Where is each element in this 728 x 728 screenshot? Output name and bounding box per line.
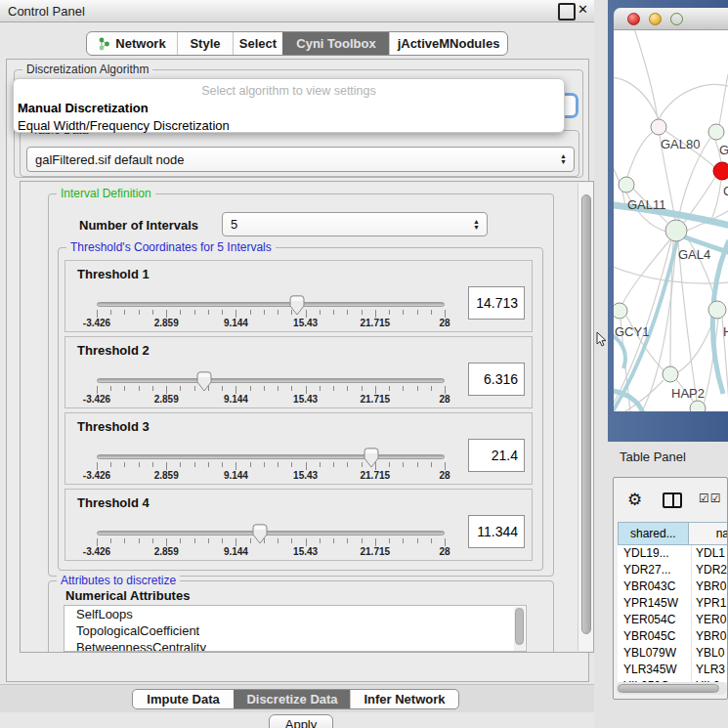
table-row[interactable]: YBR043CYBR0 bbox=[618, 578, 728, 595]
numerical-attributes-list[interactable]: SelfLoopsTopologicalCoefficientBetweenne… bbox=[64, 605, 527, 652]
cell-shared-name[interactable]: YBR045C bbox=[618, 628, 692, 645]
scrollbar-thumb[interactable] bbox=[515, 608, 524, 645]
table-panel: ⚙ ☑☑ shared... na YDL19...YDL1YDR27...YD… bbox=[613, 477, 728, 700]
minor-tick bbox=[389, 538, 390, 543]
cell-name[interactable]: YBR0 bbox=[692, 628, 728, 645]
threshold-row-1: Threshold 1-3.4262.8599.14415.4321.71528 bbox=[64, 260, 533, 332]
cell-name[interactable]: YER0 bbox=[692, 612, 728, 628]
slider-track[interactable] bbox=[97, 302, 445, 307]
attribute-item-topologicalcoefficient[interactable]: TopologicalCoefficient bbox=[64, 622, 526, 639]
table-row[interactable]: YBR045CYBR0 bbox=[618, 628, 728, 645]
threshold-value-input[interactable] bbox=[468, 286, 525, 320]
tab-network[interactable]: Network bbox=[87, 32, 177, 55]
control-panel-title: Control Panel bbox=[8, 4, 85, 19]
tab-infer-network[interactable]: Infer Network bbox=[350, 690, 458, 708]
network-node-gal80[interactable] bbox=[651, 119, 666, 135]
tick-label: 9.144 bbox=[224, 394, 248, 405]
close-icon[interactable]: ✕ bbox=[578, 2, 588, 17]
table-data-combobox[interactable]: galFiltered.sif default node ▲▼ bbox=[26, 147, 575, 172]
minor-tick bbox=[124, 462, 125, 467]
cell-shared-name[interactable]: YBL079W bbox=[618, 645, 692, 662]
attribute-item-selfloops[interactable]: SelfLoops bbox=[64, 606, 526, 622]
split-columns-icon[interactable] bbox=[663, 492, 682, 508]
network-node-gal4[interactable] bbox=[665, 220, 687, 241]
cell-name[interactable]: YBR0 bbox=[692, 578, 728, 595]
table-row[interactable]: YDR27...YDR2 bbox=[618, 562, 728, 578]
cell-shared-name[interactable]: YBR043C bbox=[618, 578, 692, 595]
table-row[interactable]: YER054CYER0 bbox=[618, 612, 728, 628]
number-of-intervals-combobox[interactable]: 5 ▲▼ bbox=[222, 212, 488, 236]
node-label-ga: GA bbox=[719, 143, 728, 157]
numerical-attributes-label: Numerical Attributes bbox=[65, 588, 190, 603]
minor-tick bbox=[320, 386, 321, 391]
scrollbar-thumb[interactable] bbox=[618, 684, 719, 693]
slider-handle[interactable] bbox=[289, 295, 305, 316]
threshold-value-input[interactable] bbox=[468, 363, 525, 396]
tab-cyni-toolbox[interactable]: Cyni Toolbox bbox=[282, 32, 389, 55]
dropdown-option-manual-discretization[interactable]: Manual Discretization bbox=[17, 101, 564, 115]
minor-tick bbox=[250, 538, 251, 543]
tab-discretize-data[interactable]: Discretize Data bbox=[234, 690, 350, 708]
cell-shared-name[interactable]: YER054C bbox=[618, 612, 692, 628]
network-node-gal11[interactable] bbox=[619, 177, 634, 193]
table-row[interactable]: YDL19...YDL1 bbox=[618, 545, 728, 562]
slider-handle[interactable] bbox=[364, 448, 379, 468]
thresholds-group-title: Threshold's Coordinates for 5 Intervals bbox=[66, 240, 276, 254]
minor-tick bbox=[222, 462, 223, 467]
attribute-item-betweennesscentrality[interactable]: BetweennessCentrality bbox=[64, 639, 526, 652]
slider-handle[interactable] bbox=[252, 524, 268, 544]
network-window-titlebar[interactable] bbox=[614, 8, 728, 30]
zoom-traffic-light-icon[interactable] bbox=[670, 13, 683, 25]
cell-shared-name[interactable]: YLR345W bbox=[618, 662, 692, 678]
network-node-hap2[interactable] bbox=[663, 366, 678, 382]
cell-name[interactable]: YBL0 bbox=[692, 645, 728, 662]
cell-shared-name[interactable]: YDR27... bbox=[618, 562, 692, 578]
threshold-value-input[interactable] bbox=[468, 515, 525, 548]
network-node[interactable] bbox=[690, 401, 706, 411]
minimize-traffic-light-icon[interactable] bbox=[649, 13, 662, 25]
tab-label: jActiveMNodules bbox=[398, 36, 500, 51]
cell-shared-name[interactable]: YPR145W bbox=[618, 595, 692, 612]
network-node-gcy1[interactable] bbox=[614, 303, 627, 319]
tab-impute-data[interactable]: Impute Data bbox=[133, 690, 234, 708]
dropdown-option-equal-width-frequency-discretization[interactable]: Equal Width/Frequency Discretization bbox=[17, 118, 564, 133]
major-tick bbox=[236, 310, 236, 318]
column-header-shared-name[interactable]: shared... bbox=[619, 523, 689, 544]
apply-button[interactable]: Apply bbox=[269, 714, 333, 728]
cell-name[interactable]: YLR3 bbox=[692, 662, 728, 678]
cell-name[interactable]: YPR1 bbox=[692, 595, 728, 612]
slider-handle[interactable] bbox=[196, 371, 212, 392]
settings-vertical-scrollbar[interactable] bbox=[578, 183, 594, 651]
column-header-name[interactable]: na bbox=[689, 523, 728, 544]
slider-track[interactable] bbox=[97, 454, 445, 459]
minor-tick bbox=[278, 462, 278, 467]
tab-jactivemnodules[interactable]: jActiveMNodules bbox=[389, 32, 507, 55]
table-horizontal-scrollbar[interactable] bbox=[616, 682, 727, 695]
scrollbar-thumb[interactable] bbox=[581, 194, 591, 634]
control-panel: Control Panel ✕ NetworkStyleSelectCyni T… bbox=[0, 0, 594, 728]
attributes-list-scrollbar[interactable] bbox=[514, 607, 525, 652]
close-traffic-light-icon[interactable] bbox=[627, 13, 640, 25]
cell-name[interactable]: YDR2 bbox=[692, 562, 728, 578]
slider-track[interactable] bbox=[97, 378, 445, 383]
network-node-c[interactable] bbox=[713, 162, 728, 180]
minor-tick bbox=[278, 386, 278, 391]
gear-icon[interactable]: ⚙ bbox=[627, 490, 642, 509]
network-node-h[interactable] bbox=[708, 301, 726, 319]
table-row[interactable]: YBL079WYBL0 bbox=[618, 645, 728, 662]
network-node-ga[interactable] bbox=[708, 124, 724, 140]
table-row[interactable]: YLR345WYLR3 bbox=[618, 662, 728, 678]
cell-shared-name[interactable]: YDL19... bbox=[618, 545, 692, 562]
cell-name[interactable]: YDL1 bbox=[692, 545, 728, 562]
tab-select[interactable]: Select bbox=[233, 32, 282, 55]
select-columns-icon[interactable]: ☑☑ bbox=[699, 492, 722, 505]
tab-style[interactable]: Style bbox=[177, 32, 233, 55]
minor-tick bbox=[152, 462, 153, 467]
threshold-value-input[interactable] bbox=[468, 439, 525, 472]
float-window-icon[interactable] bbox=[558, 3, 576, 21]
minor-tick bbox=[403, 310, 404, 315]
minor-tick bbox=[208, 310, 209, 315]
table-row[interactable]: YPR145WYPR1 bbox=[618, 595, 728, 612]
slider-track[interactable] bbox=[97, 531, 445, 535]
network-canvas[interactable]: GAL80GACGAL11GAL4GCY1HHAP2 bbox=[614, 30, 728, 411]
